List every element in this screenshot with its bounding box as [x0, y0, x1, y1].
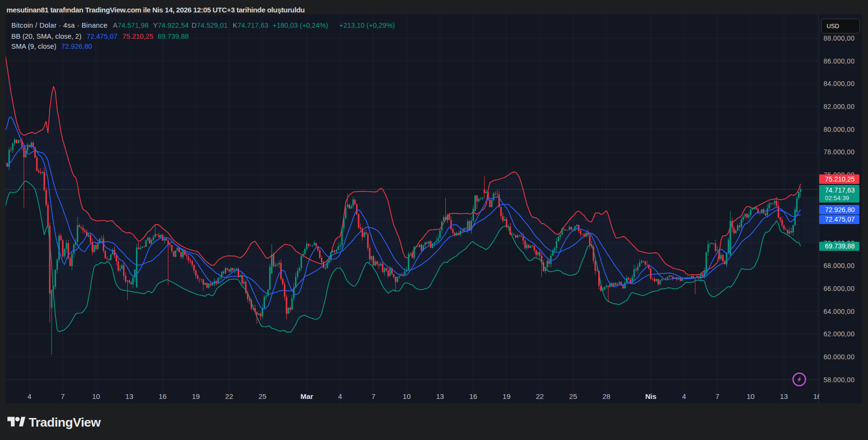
svg-text:TradingView: TradingView — [29, 415, 101, 429]
